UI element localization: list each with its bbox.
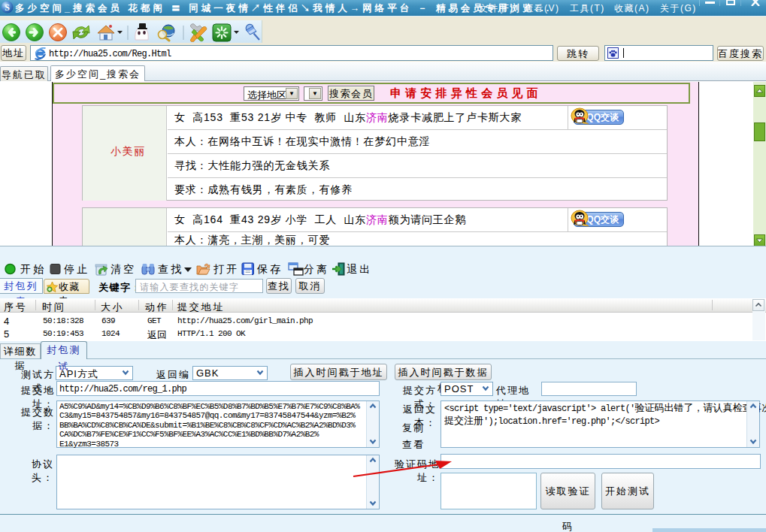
svg-text:S: S xyxy=(5,2,10,13)
